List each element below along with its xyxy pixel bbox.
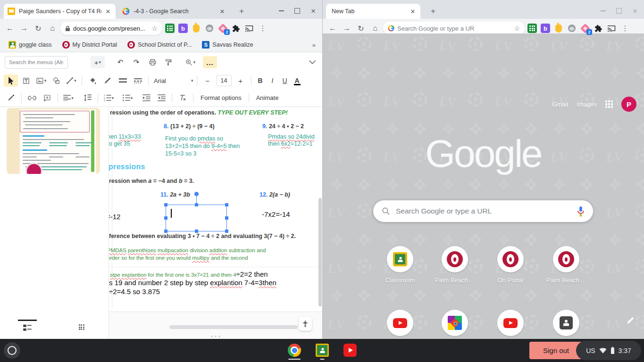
bold-button[interactable]: B [255,74,266,87]
resize-handle-e[interactable] [225,216,228,220]
text-box-button[interactable] [19,74,33,87]
new-tab-button[interactable]: + [236,6,247,17]
shortcut-youtube-2[interactable] [484,310,537,336]
shelf-youtube-app[interactable] [343,343,357,357]
clear-formatting-button[interactable] [176,92,190,104]
shortcut-palm-beach-1[interactable]: Palm Beach ... [428,246,481,284]
resize-handle-se[interactable] [225,230,228,233]
maximize-button[interactable] [615,7,623,15]
resize-handle-sw[interactable] [164,230,167,233]
bitmoji-extension-icon[interactable]: b [541,24,550,33]
shortcut-game[interactable] [428,310,481,336]
forward-button[interactable]: → [18,22,30,34]
monkey-extension-icon[interactable] [567,24,577,33]
border-weight-button[interactable] [116,74,130,87]
animate-button[interactable]: Animate [252,94,283,101]
increase-indent-button[interactable] [154,92,168,104]
bookmark-goggle-class[interactable]: goggle class [5,40,56,50]
apps-grid-icon[interactable] [605,100,613,108]
grid-view-button[interactable] [54,324,109,332]
shortcut-on-portal[interactable]: On Portal [484,246,537,284]
resize-handle-n[interactable] [195,203,198,206]
grid-extension-icon[interactable] [165,24,175,33]
back-button[interactable]: ← [4,22,16,34]
chevron-down-icon[interactable]: ▾ [191,78,193,83]
resize-handle-w[interactable] [164,216,167,220]
close-tab-icon[interactable]: ✕ [104,8,112,15]
gmail-link[interactable]: Gmail [552,101,568,108]
ntp-search-box[interactable]: Search Google or type a URL [373,200,593,222]
cast-icon[interactable] [244,24,254,33]
bookmark-star-icon[interactable]: ☆ [151,25,158,32]
notification-extension-icon[interactable]: 2 [218,24,227,33]
profile-avatar[interactable]: P [621,97,636,112]
home-button[interactable]: ⌂ [369,22,381,34]
undo-button[interactable]: ↶ [113,56,127,68]
text-color-button[interactable]: A [292,74,303,87]
italic-button[interactable]: I [267,74,278,87]
cast-icon[interactable] [607,24,616,33]
tab-google-search[interactable]: -4-3 - Google Search ✕ [118,4,230,19]
monkey-extension-icon[interactable] [205,24,214,33]
filmstrip-view-button[interactable] [0,324,54,332]
new-slide-button[interactable]: +▾ [91,56,105,68]
close-tab-icon[interactable]: ✕ [218,8,226,15]
format-options-button[interactable]: Format options [197,94,245,101]
align-button[interactable]: ▾ [61,92,75,104]
close-tab-icon[interactable]: ✕ [409,8,417,15]
line-spacing-button[interactable] [80,92,94,104]
zoom-button[interactable]: ▾ [183,56,197,68]
tab-new-tab[interactable]: New Tab ✕ [326,4,420,19]
shortcut-contacts[interactable] [540,310,593,336]
minimize-button[interactable] [599,7,607,15]
new-tab-button[interactable]: + [427,6,439,17]
slide-canvas[interactable]: ression using the order of operations. T… [109,107,322,338]
browser-menu-icon[interactable]: ⋮ [257,22,269,34]
bookmark-star-icon[interactable]: ☆ [514,25,520,32]
selected-text-box[interactable] [166,205,227,231]
increase-font-button[interactable]: + [234,74,248,87]
resize-handle-nw[interactable] [164,203,167,206]
bookmark-district-portal[interactable]: My District Portal [59,40,121,50]
insert-image-button[interactable]: ▾ [34,74,48,87]
notification-extension-icon[interactable]: 2 [580,24,590,33]
shelf-classroom-app[interactable] [315,343,329,357]
resize-handle-s[interactable] [195,230,198,233]
home-button[interactable]: ⌂ [46,22,59,34]
extensions-puzzle-icon[interactable] [231,24,241,33]
more-tools-button[interactable]: ... [203,56,217,68]
font-family-select[interactable]: Arial [152,77,190,84]
grid-extension-icon[interactable] [527,24,537,33]
insert-shape-button[interactable] [49,74,63,87]
decrease-font-button[interactable]: − [201,74,215,87]
slide-thumbnail[interactable] [7,108,100,174]
bookmarks-overflow-chevron[interactable]: » [312,41,316,49]
select-tool-button[interactable] [4,74,18,87]
horizontal-scrollbar[interactable] [169,325,298,329]
forward-button[interactable]: → [341,22,353,34]
back-button[interactable]: ← [326,22,339,34]
launcher-button[interactable] [4,342,20,359]
reload-button[interactable]: ↻ [355,22,367,34]
maximize-button[interactable] [293,7,301,15]
minimize-button[interactable] [277,7,285,15]
menu-search-input[interactable] [5,56,68,69]
extensions-puzzle-icon[interactable] [594,24,603,33]
paint-format-button[interactable] [161,56,176,68]
border-dash-button[interactable] [131,74,145,87]
bookmark-school-district[interactable]: School District of P... [124,40,195,50]
shortcut-youtube-1[interactable] [374,310,427,336]
collapse-toolbar-chevron-icon[interactable] [309,58,316,66]
border-color-button[interactable] [100,74,115,87]
font-size-input[interactable]: 14 [217,75,232,86]
close-window-button[interactable]: ✕ [631,7,639,15]
underline-button[interactable]: U [279,74,291,87]
shortcut-classroom[interactable]: Classroom [374,246,427,284]
bulleted-list-button[interactable]: ▾ [120,92,134,104]
close-window-button[interactable]: ✕ [309,7,318,15]
browser-menu-icon[interactable]: ⋮ [619,22,631,34]
decrease-indent-button[interactable] [139,92,153,104]
insert-line-button[interactable]: ▾ [64,74,78,87]
customize-pencil-icon[interactable] [626,316,635,327]
redo-button[interactable]: ↷ [129,56,143,68]
